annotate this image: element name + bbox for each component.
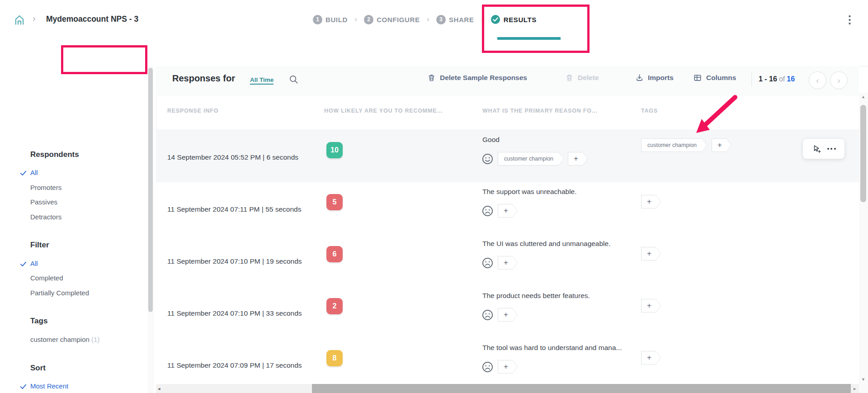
app-window: › Mydemoaccount NPS - 3 1 BUILD › 2 CONF…: [0, 0, 868, 393]
breadcrumb-chevron-icon: ›: [33, 13, 36, 24]
answer-text: The support was unreachable.: [482, 188, 577, 196]
add-tag-button[interactable]: +: [498, 360, 518, 374]
table-row[interactable]: 11 September 2024 07:10 PM | 19 seconds …: [156, 234, 859, 287]
section-title-respondents: Respondents: [30, 150, 79, 159]
sidebar-item-most-recent[interactable]: Most Recent: [30, 382, 68, 390]
home-button[interactable]: [11, 11, 28, 28]
response-date: 14 September 2024 05:52 PM | 6 seconds: [167, 153, 298, 161]
response-date: 11 September 2024 07:10 PM | 33 seconds: [167, 309, 302, 317]
add-tag-button[interactable]: +: [498, 204, 518, 218]
pagination-status: 1 - 16of16: [759, 75, 795, 83]
scroll-right-icon[interactable]: ▸: [854, 386, 856, 392]
scroll-up-icon[interactable]: ▲: [861, 95, 865, 99]
answer-text: The tool was hard to understand and mana…: [482, 344, 622, 352]
sad-face-icon: [481, 257, 494, 269]
table-row[interactable]: 11 September 2024 07:11 PM | 55 seconds …: [156, 182, 859, 235]
sidebar-item-respondents-all[interactable]: All: [30, 169, 38, 176]
add-tag-button[interactable]: +: [641, 299, 661, 313]
table-row[interactable]: 11 September 2024 07:09 PM | 17 seconds …: [156, 338, 859, 390]
trash-icon: [427, 73, 436, 82]
sad-face-icon: [481, 361, 494, 373]
response-date: 11 September 2024 07:10 PM | 19 seconds: [167, 257, 302, 265]
sidebar-item-promoters[interactable]: Promoters: [30, 184, 61, 191]
sidebar-item-tag-customer-champion[interactable]: customer champion (1): [30, 336, 99, 343]
imports-button[interactable]: Imports: [635, 73, 674, 82]
column-header-likely: HOW LIKELY ARE YOU TO RECOMME...: [324, 108, 443, 114]
section-title-sort: Sort: [30, 364, 46, 373]
nps-score-badge: 5: [326, 194, 343, 210]
nps-score-badge: 6: [326, 246, 343, 262]
step-share[interactable]: 3 SHARE: [436, 15, 474, 24]
page-title: Responses for: [172, 73, 235, 84]
add-tag-button[interactable]: +: [641, 351, 661, 365]
top-header: › Mydemoaccount NPS - 3 1 BUILD › 2 CONF…: [0, 0, 868, 40]
chevron-right-icon: ›: [837, 76, 840, 85]
delete-sample-responses-button[interactable]: Delete Sample Responses: [427, 73, 527, 82]
add-tag-button[interactable]: +: [641, 195, 661, 208]
chevron-right-icon: ›: [354, 14, 357, 24]
pagination-range: 1 - 16: [759, 75, 777, 83]
sidebar-item-completed[interactable]: Completed: [30, 274, 63, 282]
columns-button[interactable]: Columns: [693, 73, 736, 82]
nps-score-badge: 8: [326, 350, 343, 366]
sad-face-icon: [481, 205, 494, 217]
chevron-right-icon: ›: [481, 14, 483, 24]
table-row[interactable]: 11 September 2024 07:10 PM | 33 seconds …: [156, 286, 859, 339]
answer-tag-chip[interactable]: customer champion: [498, 152, 564, 166]
sidebar-scrollbar-thumb[interactable]: [148, 68, 153, 312]
nps-score-badge: 10: [326, 142, 343, 158]
scrollbar-corner: [859, 384, 868, 393]
tabs-bar: OVERVIEW RESPONSES Download Share: [0, 40, 868, 66]
breadcrumb[interactable]: Mydemoaccount NPS - 3: [46, 14, 138, 24]
chevron-right-icon: ›: [427, 14, 429, 24]
pagination-total[interactable]: 16: [787, 75, 795, 83]
answer-text: The product needs better features.: [482, 292, 590, 300]
column-header-reason: WHAT IS THE PRIMARY REASON FO...: [482, 108, 598, 114]
time-filter-link[interactable]: All Time: [250, 76, 274, 85]
row-hover-toolbar: [802, 138, 845, 159]
step-1-badge: 1: [313, 15, 322, 24]
search-icon[interactable]: [288, 74, 299, 85]
scroll-left-icon[interactable]: ◂: [158, 386, 160, 392]
previous-page-button[interactable]: ‹: [809, 71, 826, 89]
answer-text: Good: [482, 136, 500, 144]
step-configure[interactable]: 2 CONFIGURE: [364, 15, 420, 24]
add-tag-button[interactable]: +: [712, 138, 731, 152]
column-header-tags: TAGS: [641, 108, 658, 114]
step-build[interactable]: 1 BUILD: [313, 15, 348, 24]
columns-grid-icon: [693, 73, 702, 82]
sidebar-item-filter-all[interactable]: All: [30, 260, 38, 267]
response-date: 11 September 2024 07:09 PM | 17 seconds: [167, 361, 302, 369]
step-2-badge: 2: [364, 15, 373, 24]
sidebar-item-partially-completed[interactable]: Partially Completed: [30, 289, 89, 297]
tag-count: (1): [91, 336, 99, 343]
table-row[interactable]: 14 September 2024 05:52 PM | 6 seconds 1…: [156, 130, 859, 183]
quick-tag-cursor-icon[interactable]: [812, 144, 822, 154]
add-tag-button[interactable]: +: [498, 308, 518, 322]
sidebar-item-passives[interactable]: Passives: [30, 198, 57, 206]
more-options-icon[interactable]: [827, 148, 836, 150]
check-circle-icon: [491, 14, 500, 24]
nps-score-badge: 2: [326, 298, 343, 314]
add-tag-button[interactable]: +: [641, 247, 661, 260]
response-date: 11 September 2024 07:11 PM | 55 seconds: [167, 205, 301, 213]
happy-face-icon: [481, 153, 494, 165]
vertical-scrollbar-thumb[interactable]: [860, 105, 866, 202]
chevron-left-icon: ‹: [816, 76, 819, 85]
workflow-steps: 1 BUILD › 2 CONFIGURE › 3 SHARE › RESULT…: [313, 14, 537, 24]
scroll-down-icon[interactable]: ▼: [861, 377, 865, 382]
horizontal-scrollbar-thumb[interactable]: [312, 384, 851, 393]
section-title-tags: Tags: [30, 317, 47, 326]
delete-button-disabled[interactable]: Delete: [565, 73, 599, 82]
tag-chip[interactable]: customer champion: [641, 138, 707, 152]
section-title-filter: Filter: [30, 241, 49, 250]
check-icon: [19, 260, 27, 268]
step-results[interactable]: RESULTS: [491, 14, 537, 24]
next-page-button[interactable]: ›: [830, 71, 848, 89]
add-tag-button[interactable]: +: [568, 152, 588, 166]
add-tag-button[interactable]: +: [498, 256, 518, 270]
kebab-menu-icon[interactable]: [844, 14, 854, 25]
sidebar-item-detractors[interactable]: Detractors: [30, 213, 61, 221]
trash-icon: [565, 73, 574, 82]
sad-face-icon: [481, 309, 494, 321]
